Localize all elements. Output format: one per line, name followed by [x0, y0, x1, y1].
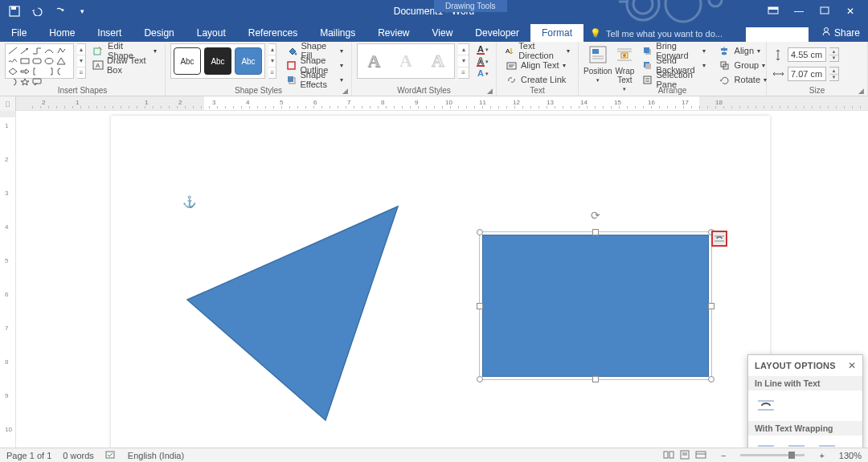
wordart-more[interactable]: ▴▾≡: [458, 43, 469, 79]
text-direction-button[interactable]: AText Direction▾: [502, 43, 573, 58]
handle-s[interactable]: [592, 376, 599, 382]
align-button[interactable]: Align▾: [715, 43, 770, 58]
height-input[interactable]: 4.55 cm: [788, 47, 826, 62]
rotate-handle-icon[interactable]: ⟳: [591, 209, 600, 222]
shape-lbrace-icon[interactable]: [55, 66, 67, 76]
tab-design[interactable]: Design: [133, 24, 185, 42]
wordart-swatch-2[interactable]: A: [392, 47, 420, 75]
wrap-text-button[interactable]: Wrap Text▾: [616, 43, 635, 85]
save-icon[interactable]: [6, 3, 23, 19]
width-input[interactable]: 7.07 cm: [788, 67, 826, 81]
tab-mailings[interactable]: Mailings: [309, 24, 366, 42]
handle-w[interactable]: [477, 303, 483, 309]
shapes-gallery[interactable]: [5, 43, 74, 79]
web-layout-icon[interactable]: [695, 450, 706, 461]
redo-icon[interactable]: [51, 3, 68, 19]
undo-icon[interactable]: [29, 3, 45, 19]
handle-se[interactable]: [708, 376, 714, 382]
minimize-button[interactable]: —: [788, 6, 810, 17]
rectangle-selection[interactable]: ⟳: [479, 231, 712, 380]
width-spinner[interactable]: ▲▼: [829, 67, 839, 81]
style-swatch-1[interactable]: Abc: [174, 47, 201, 75]
text-effects-icon[interactable]: A▾: [476, 67, 489, 80]
tell-me-search[interactable]: 💡 Tell me what you want to do...: [583, 25, 729, 42]
status-page[interactable]: Page 1 of 1: [6, 451, 51, 460]
tab-view[interactable]: View: [421, 24, 465, 42]
handle-e[interactable]: [708, 303, 714, 309]
group-button[interactable]: Group▾: [715, 58, 770, 72]
tab-layout[interactable]: Layout: [186, 24, 237, 42]
close-icon[interactable]: ✕: [848, 360, 856, 371]
dialog-launcher-icon[interactable]: ◢: [487, 87, 493, 95]
shape-connector-icon[interactable]: [31, 45, 43, 55]
create-link-button[interactable]: Create Link: [502, 72, 573, 87]
shape-roundrect-icon[interactable]: [31, 55, 43, 66]
share-button[interactable]: Share: [813, 23, 868, 42]
rotate-button[interactable]: Rotate▾: [715, 72, 770, 87]
print-layout-icon[interactable]: [679, 450, 690, 461]
qat-customize-icon[interactable]: ▾: [74, 3, 90, 19]
zoom-level[interactable]: 130%: [839, 451, 862, 460]
close-button[interactable]: ✕: [839, 6, 862, 17]
tab-file[interactable]: File: [0, 24, 38, 42]
shape-line-icon[interactable]: [6, 45, 18, 55]
shape-style-more[interactable]: ▴▾≡: [268, 43, 276, 79]
layout-inline[interactable]: [755, 397, 777, 415]
text-fill-icon[interactable]: A▾: [476, 43, 489, 55]
horizontal-ruler[interactable]: 21123456789101112131415161718: [16, 96, 868, 111]
tab-home[interactable]: Home: [38, 24, 86, 42]
title-search-box[interactable]: [746, 27, 809, 42]
status-language[interactable]: English (India): [128, 451, 184, 460]
text-outline-icon[interactable]: A▾: [476, 55, 489, 67]
handle-sw[interactable]: [477, 376, 483, 382]
shape-ellipse-icon[interactable]: [43, 55, 55, 66]
vertical-ruler[interactable]: 1234567891011: [0, 111, 16, 462]
status-words[interactable]: 0 words: [63, 451, 94, 460]
align-text-button[interactable]: Align Text▾: [502, 58, 573, 72]
wordart-swatch-3[interactable]: A: [424, 47, 452, 75]
document-area[interactable]: ⚓ ⟳ LAYOUT OPTI: [16, 111, 868, 462]
svg-text:A: A: [477, 68, 484, 78]
shape-arrow-icon[interactable]: [18, 45, 31, 55]
tab-review[interactable]: Review: [366, 24, 420, 42]
style-swatch-3[interactable]: Abc: [235, 47, 262, 75]
shape-freeform-icon[interactable]: [55, 45, 67, 55]
wordart-swatch-1[interactable]: A: [360, 47, 387, 75]
triangle-shape[interactable]: [182, 202, 424, 427]
shapes-gallery-more[interactable]: ▴▾≡: [77, 43, 86, 79]
wordart-gallery[interactable]: A A A: [357, 43, 455, 79]
tab-references[interactable]: References: [237, 24, 309, 42]
tab-insert[interactable]: Insert: [86, 24, 133, 42]
read-mode-icon[interactable]: [663, 450, 674, 461]
ribbon-display-icon[interactable]: [762, 6, 784, 17]
tab-format[interactable]: Format: [530, 24, 583, 42]
style-swatch-2[interactable]: Abc: [204, 47, 231, 75]
shape-rbracket-icon[interactable]: [43, 66, 55, 76]
maximize-button[interactable]: [813, 6, 836, 17]
shape-scribble-icon[interactable]: [6, 55, 18, 66]
selection-pane-button[interactable]: Selection Pane: [639, 72, 708, 87]
zoom-out-button[interactable]: −: [718, 451, 729, 460]
zoom-in-button[interactable]: +: [816, 451, 827, 460]
rectangle-shape[interactable]: [482, 235, 709, 377]
shape-curve-icon[interactable]: [43, 45, 55, 55]
shape-rect-icon[interactable]: [18, 55, 31, 66]
shape-lbracket-icon[interactable]: [31, 66, 43, 76]
shape-triangle-icon[interactable]: [55, 55, 67, 66]
dialog-launcher-icon[interactable]: ◢: [858, 87, 864, 95]
position-button[interactable]: Position▾: [583, 43, 612, 85]
spellcheck-icon[interactable]: [105, 450, 117, 461]
draw-textbox-button[interactable]: A Draw Text Box: [89, 58, 160, 72]
dialog-launcher-icon[interactable]: ◢: [342, 87, 348, 95]
shape-arrowblock-icon[interactable]: [18, 66, 31, 76]
tab-developer[interactable]: Developer: [464, 24, 530, 42]
zoom-slider[interactable]: [740, 454, 805, 456]
shape-diamond-icon[interactable]: [6, 66, 18, 76]
height-spinner[interactable]: ▲▼: [829, 47, 839, 62]
handle-nw[interactable]: [477, 229, 483, 235]
ruler-corner[interactable]: ⎕: [0, 96, 16, 111]
layout-options-button[interactable]: [711, 231, 727, 247]
shape-effects-button[interactable]: Shape Effects▾: [283, 72, 346, 87]
shape-style-gallery[interactable]: Abc Abc Abc: [170, 43, 265, 79]
handle-n[interactable]: [592, 229, 599, 235]
